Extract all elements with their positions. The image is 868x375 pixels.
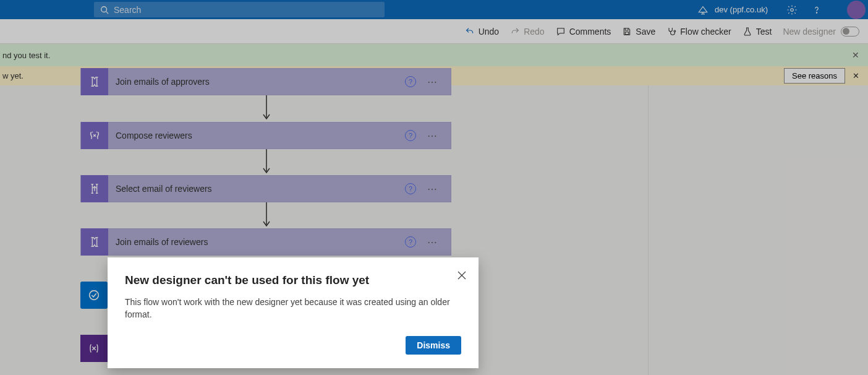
- dialog-title: New designer can't be used for this flow…: [125, 274, 461, 287]
- close-icon[interactable]: [457, 271, 466, 282]
- dialog-body: This flow won't work with the new design…: [125, 296, 461, 321]
- dismiss-button[interactable]: Dismiss: [406, 336, 461, 355]
- new-designer-dialog: New designer can't be used for this flow…: [108, 257, 479, 368]
